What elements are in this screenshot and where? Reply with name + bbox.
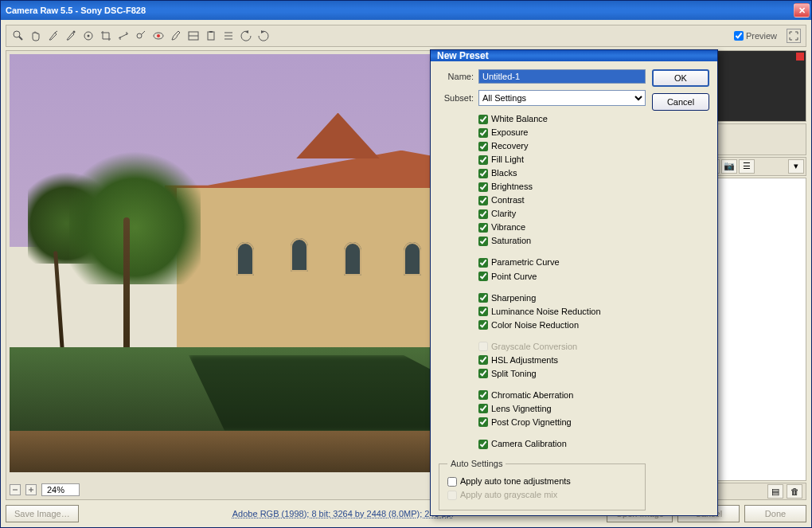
checkbox-group-basic: White BalanceExposureRecoveryFill LightB… [478, 112, 646, 248]
checkbox-label: Luminance Noise Reduction [491, 305, 601, 319]
checkbox-blacks[interactable]: Blacks [478, 166, 646, 180]
new-preset-dialog: New Preset Name: Subset: All Settings Wh… [430, 49, 718, 516]
white-balance-tool-icon[interactable] [46, 29, 61, 43]
checkbox-label: Vibrance [491, 221, 525, 234]
graduated-filter-tool-icon[interactable] [186, 29, 201, 43]
checkbox-group-lens: Chromatic AberrationLens VignettingPost … [478, 389, 646, 429]
panel-menu-icon[interactable]: ▾ [788, 159, 804, 174]
checkbox-luminance-noise-reduction[interactable]: Luminance Noise Reduction [478, 305, 646, 319]
checkbox-label: Fill Light [491, 153, 524, 166]
zoom-out-icon[interactable] [10, 484, 21, 495]
dialog-cancel-button[interactable]: Cancel [652, 93, 709, 111]
app-title: Camera Raw 5.5 - Sony DSC-F828 [6, 6, 146, 15]
svg-point-7 [157, 34, 160, 37]
checkbox-hsl-adjustments[interactable]: HSL Adjustments [478, 354, 646, 367]
svg-point-2 [73, 31, 76, 33]
checkbox-group-curves: Parametric CurvePoint Curve [478, 256, 646, 283]
checkbox-label: Apply auto grayscale mix [460, 488, 557, 502]
checkbox-contrast[interactable]: Contrast [478, 194, 646, 207]
close-icon[interactable]: ✕ [794, 3, 810, 18]
checkbox-label: Apply auto tone adjustments [460, 475, 571, 488]
checkbox-point-curve[interactable]: Point Curve [478, 270, 646, 284]
checkbox-label: Post Crop Vignetting [491, 416, 572, 429]
checkbox-grayscale-conversion: Grayscale Conversion [478, 340, 646, 354]
targeted-adjust-tool-icon[interactable] [81, 29, 96, 43]
checkbox-label: Color Noise Reduction [491, 319, 579, 332]
delete-preset-icon[interactable]: 🗑 [787, 484, 802, 499]
highlight-clip-icon[interactable] [796, 53, 804, 61]
checkbox-label: Split Toning [491, 367, 537, 381]
dialog-title: New Preset [431, 50, 717, 61]
hand-tool-icon[interactable] [29, 29, 43, 43]
checkbox-group-calibration: Camera Calibration [478, 437, 646, 451]
save-image-button[interactable]: Save Image… [6, 505, 79, 522]
checkbox-lens-vignetting[interactable]: Lens Vignetting [478, 402, 646, 416]
tab-camera[interactable]: 📷 [721, 159, 737, 174]
ok-button[interactable]: OK [652, 69, 709, 87]
svg-rect-11 [209, 31, 213, 33]
preferences-icon[interactable] [221, 29, 236, 43]
fullscreen-icon[interactable] [787, 29, 801, 43]
checkbox-parametric-curve[interactable]: Parametric Curve [478, 256, 646, 269]
preview-checkbox[interactable]: Preview [734, 31, 777, 41]
checkbox-group-detail: SharpeningLuminance Noise ReductionColor… [478, 291, 646, 332]
svg-rect-10 [208, 32, 214, 40]
zoom-value[interactable]: 24% [41, 483, 80, 496]
checkbox-label: Point Curve [491, 270, 537, 284]
auto-settings-group: Auto Settings Apply auto tone adjustment… [439, 459, 646, 510]
auto-checkboxes: Apply auto tone adjustmentsApply auto gr… [447, 475, 637, 502]
checkbox-brightness[interactable]: Brightness [478, 180, 646, 194]
checkbox-split-toning[interactable]: Split Toning [478, 367, 646, 381]
checkbox-chromatic-aberration[interactable]: Chromatic Aberration [478, 389, 646, 402]
svg-point-0 [14, 31, 20, 37]
subset-select[interactable]: All Settings [478, 90, 646, 106]
checkbox-label: Contrast [491, 194, 525, 207]
subset-label: Subset: [439, 93, 474, 103]
checkbox-label: Lens Vignetting [491, 402, 552, 416]
zoom-in-icon[interactable] [25, 484, 37, 495]
tab-presets[interactable]: ☰ [739, 159, 755, 174]
checkbox-label: Chromatic Aberration [491, 389, 573, 402]
spot-removal-tool-icon[interactable] [134, 29, 148, 43]
toolbar: Preview [6, 25, 806, 47]
clipboard-icon[interactable] [204, 29, 218, 43]
svg-line-1 [19, 37, 22, 40]
name-label: Name: [439, 72, 474, 81]
straighten-tool-icon[interactable] [116, 29, 131, 43]
checkbox-label: Blacks [491, 166, 517, 180]
name-input[interactable] [478, 69, 646, 84]
checkbox-sharpening[interactable]: Sharpening [478, 291, 646, 305]
checkbox-white-balance[interactable]: White Balance [478, 112, 646, 126]
checkbox-vibrance[interactable]: Vibrance [478, 221, 646, 234]
done-button[interactable]: Done [744, 505, 806, 522]
redeye-tool-icon[interactable] [151, 29, 166, 43]
checkbox-label: Sharpening [491, 291, 536, 305]
checkbox-clarity[interactable]: Clarity [478, 207, 646, 221]
checkbox-color-noise-reduction[interactable]: Color Noise Reduction [478, 319, 646, 332]
preview-label: Preview [746, 31, 777, 41]
rotate-cw-icon[interactable] [256, 29, 271, 43]
checkbox-fill-light[interactable]: Fill Light [478, 153, 646, 166]
checkbox-label: Recovery [491, 139, 528, 153]
color-sampler-tool-icon[interactable] [64, 29, 78, 43]
checkbox-exposure[interactable]: Exposure [478, 126, 646, 139]
checkbox-camera-calibration[interactable]: Camera Calibration [478, 437, 646, 451]
checkbox-label: White Balance [491, 112, 548, 126]
title-bar: Camera Raw 5.5 - Sony DSC-F828 ✕ [1, 1, 811, 20]
workflow-link[interactable]: Adobe RGB (1998); 8 bit; 3264 by 2448 (8… [232, 509, 454, 518]
checkbox-saturation[interactable]: Saturation [478, 234, 646, 248]
checkbox-recovery[interactable]: Recovery [478, 139, 646, 153]
checkbox-post-crop-vignetting[interactable]: Post Crop Vignetting [478, 416, 646, 429]
checkbox-apply-auto-tone-adjustments[interactable]: Apply auto tone adjustments [447, 475, 637, 488]
rotate-ccw-icon[interactable] [239, 29, 253, 43]
checkbox-label: Parametric Curve [491, 256, 560, 269]
adjustment-brush-tool-icon[interactable] [169, 29, 183, 43]
checkbox-label: Brightness [491, 180, 533, 194]
new-preset-icon[interactable]: ▤ [767, 484, 783, 499]
crop-tool-icon[interactable] [99, 29, 113, 43]
svg-point-5 [137, 33, 142, 38]
checkbox-label: Camera Calibration [491, 437, 567, 451]
checkbox-apply-auto-grayscale-mix: Apply auto grayscale mix [447, 488, 637, 502]
zoom-tool-icon[interactable] [11, 29, 25, 43]
checkbox-label: Clarity [491, 207, 516, 221]
